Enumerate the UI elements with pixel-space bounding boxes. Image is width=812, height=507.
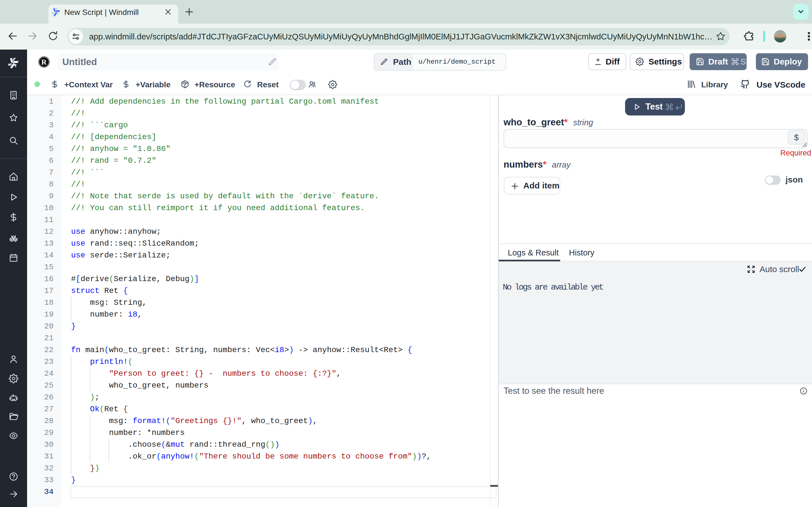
svg-text:R: R: [42, 58, 47, 66]
